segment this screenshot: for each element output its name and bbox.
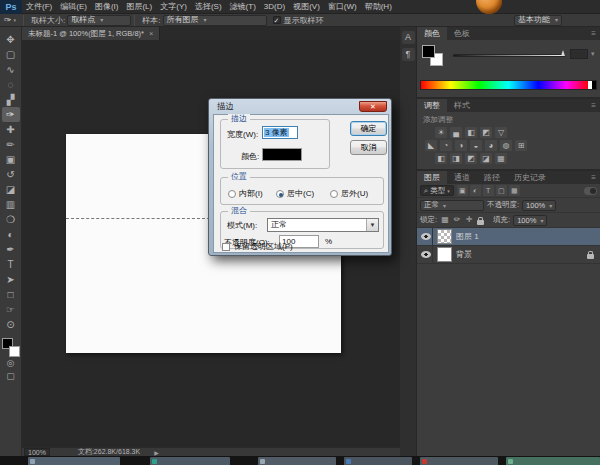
- visibility-toggle[interactable]: [419, 228, 433, 245]
- sample-dropdown[interactable]: 所有图层▾: [163, 15, 267, 26]
- tab-channels[interactable]: 通道: [447, 171, 477, 184]
- taskbar-button[interactable]: [506, 457, 600, 465]
- menu-item[interactable]: 图层(L): [122, 0, 156, 14]
- filter-adjustment-layers-icon[interactable]: ◐: [470, 185, 481, 196]
- layer-thumbnail[interactable]: [437, 229, 452, 244]
- document-tab[interactable]: 未标题-1 @ 100%(图层 1, RGB/8)* ×: [22, 27, 160, 40]
- lock-all-icon[interactable]: [477, 220, 484, 225]
- menu-item[interactable]: 帮助(H): [361, 0, 396, 14]
- adjustment-icon[interactable]: ◕: [485, 140, 497, 151]
- taskbar-button[interactable]: [150, 457, 230, 465]
- adjustment-icon[interactable]: ◧: [465, 127, 477, 138]
- adjustment-icon[interactable]: ◒: [470, 140, 482, 151]
- gradient-tool[interactable]: ▥: [2, 197, 20, 212]
- black-cap[interactable]: [592, 81, 596, 89]
- slider-handle[interactable]: [561, 50, 565, 56]
- close-icon[interactable]: ×: [149, 27, 153, 40]
- taskbar-button[interactable]: [344, 457, 412, 465]
- quick-selection-tool[interactable]: ◌: [2, 77, 20, 92]
- quick-mask-button[interactable]: ◎: [2, 357, 20, 370]
- menu-item[interactable]: 编辑(E): [56, 0, 91, 14]
- fill-dropdown[interactable]: 100%▾: [513, 215, 547, 226]
- background-color-swatch[interactable]: [9, 346, 20, 357]
- preserve-transparency-checkbox[interactable]: [222, 243, 230, 251]
- color-spectrum-ramp[interactable]: [420, 80, 597, 90]
- adjustment-icon[interactable]: ◧: [435, 153, 447, 164]
- dodge-tool[interactable]: ◐: [2, 227, 20, 242]
- radio-outside[interactable]: 居外(U): [330, 188, 368, 199]
- adjustment-icon[interactable]: ▽: [495, 127, 507, 138]
- crop-tool[interactable]: ▞: [2, 92, 20, 107]
- move-tool[interactable]: ✥: [2, 32, 20, 47]
- layer-filter-kind-dropdown[interactable]: ⌕ 类型 ▾: [420, 185, 454, 196]
- rectangle-tool[interactable]: □: [2, 287, 20, 302]
- layer-name[interactable]: 背景: [456, 249, 472, 260]
- show-sample-ring-checkbox[interactable]: ✓: [273, 16, 281, 24]
- lock-option-icon[interactable]: ✛: [464, 215, 474, 225]
- layer-filter-toggle[interactable]: [584, 187, 597, 195]
- panel-menu-icon[interactable]: ≡: [591, 99, 600, 112]
- tab-swatches[interactable]: 色板: [447, 27, 477, 40]
- gray-value-field[interactable]: [570, 49, 588, 59]
- lock-option-icon[interactable]: ✏: [452, 215, 462, 225]
- eyedropper-tool[interactable]: ✑: [2, 107, 20, 122]
- menu-item[interactable]: 滤镜(T): [226, 0, 260, 14]
- adjustment-icon[interactable]: ◨: [450, 153, 462, 164]
- tab-styles[interactable]: 样式: [447, 99, 477, 112]
- blur-tool[interactable]: ❍: [2, 212, 20, 227]
- workspace-switcher[interactable]: 基本功能▾: [514, 15, 562, 26]
- menu-item[interactable]: 选择(S): [191, 0, 226, 14]
- adjustment-icon[interactable]: ▄: [450, 127, 462, 138]
- zoom-level-field[interactable]: 100%: [24, 448, 50, 456]
- tab-history[interactable]: 历史记录: [507, 171, 553, 184]
- radio-inside[interactable]: 内部(I): [228, 188, 263, 199]
- hand-tool[interactable]: ☞: [2, 302, 20, 317]
- lock-option-icon[interactable]: ▦: [440, 215, 450, 225]
- adjustment-icon[interactable]: ▦: [495, 153, 507, 164]
- cancel-button[interactable]: 取消: [350, 140, 387, 155]
- eraser-tool[interactable]: ◪: [2, 182, 20, 197]
- tab-color[interactable]: 颜色: [417, 27, 447, 40]
- stroke-color-swatch[interactable]: [262, 148, 302, 161]
- taskbar-button[interactable]: [420, 457, 498, 465]
- blend-mode-dropdown[interactable]: 正常▾: [420, 200, 484, 211]
- ok-button[interactable]: 确定: [350, 121, 387, 136]
- adjustment-icon[interactable]: ◩: [465, 153, 477, 164]
- color-swatches-widget[interactable]: [2, 338, 20, 357]
- filter-shape-layers-icon[interactable]: ▢: [496, 185, 507, 196]
- status-options-arrow[interactable]: ▶: [154, 449, 159, 456]
- screen-mode-button[interactable]: ▢: [2, 370, 20, 383]
- menu-item[interactable]: 窗口(W): [324, 0, 361, 14]
- filter-smart-objects-icon[interactable]: ▦: [509, 185, 520, 196]
- lasso-tool[interactable]: ∿: [2, 62, 20, 77]
- adjustment-icon[interactable]: ◪: [480, 153, 492, 164]
- sample-size-dropdown[interactable]: 取样点▾: [67, 15, 131, 26]
- opacity-dropdown[interactable]: 100%▾: [522, 200, 556, 211]
- history-brush-tool[interactable]: ↺: [2, 167, 20, 182]
- tool-preset-picker[interactable]: ✑ ▾: [0, 15, 20, 25]
- adjustment-icon[interactable]: ☀: [435, 127, 447, 138]
- layer-row-background[interactable]: 背景: [417, 246, 600, 264]
- brush-tool[interactable]: ✏: [2, 137, 20, 152]
- clone-stamp-tool[interactable]: ▣: [2, 152, 20, 167]
- width-input[interactable]: 3 像素: [262, 126, 298, 139]
- filter-pixel-layers-icon[interactable]: ▣: [457, 185, 468, 196]
- tab-layers[interactable]: 图层: [417, 171, 447, 184]
- pen-tool[interactable]: ✒: [2, 242, 20, 257]
- menu-item[interactable]: 3D(D): [260, 0, 289, 14]
- menu-item[interactable]: 文字(Y): [156, 0, 191, 14]
- layer-row-layer-1[interactable]: 图层 1: [417, 228, 600, 246]
- radio-center[interactable]: 居中(C): [276, 188, 314, 199]
- menu-item[interactable]: 图像(I): [91, 0, 123, 14]
- foreground-color-swatch[interactable]: [422, 45, 435, 58]
- character-panel-icon[interactable]: A: [402, 31, 415, 44]
- layer-name[interactable]: 图层 1: [456, 231, 479, 242]
- close-button[interactable]: ✕: [359, 101, 387, 112]
- panel-menu-icon[interactable]: ≡: [591, 171, 600, 184]
- rectangular-marquee-tool[interactable]: ▢: [2, 47, 20, 62]
- mode-dropdown[interactable]: 正常 ▼: [267, 218, 379, 232]
- taskbar-button[interactable]: [28, 457, 120, 465]
- adjustment-icon[interactable]: ◣: [425, 140, 437, 151]
- type-tool[interactable]: T: [2, 257, 20, 272]
- spot-healing-brush-tool[interactable]: ✚: [2, 122, 20, 137]
